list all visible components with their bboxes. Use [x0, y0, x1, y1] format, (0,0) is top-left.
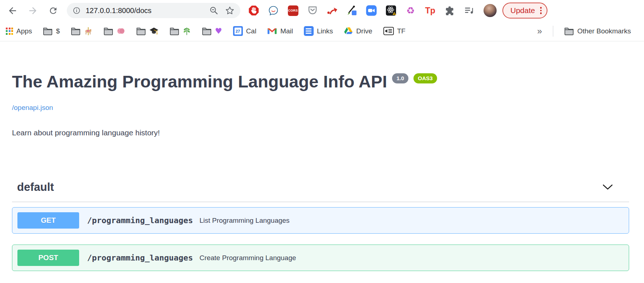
dollar-label: $	[56, 27, 60, 35]
openapi-json-link[interactable]: /openapi.json	[12, 104, 53, 112]
endpoint-summary: Create Programming Language	[199, 254, 296, 262]
bookmark-tf[interactable]: TF	[383, 27, 405, 35]
carousel-horse-icon	[84, 27, 93, 36]
update-button[interactable]: Update	[502, 3, 547, 19]
folder-icon	[170, 27, 179, 35]
api-title-text: The Amazing Programming Language Info AP…	[12, 72, 387, 91]
tag-section-default: default GET /programming_languages List …	[12, 181, 629, 271]
pocket-icon[interactable]	[307, 5, 318, 16]
react-devtools-icon[interactable]	[386, 5, 396, 16]
bookmark-folder-dollar[interactable]: $	[43, 27, 60, 35]
address-bar[interactable]: 127.0.0.1:8000/docs	[67, 3, 240, 18]
back-arrow-icon	[7, 5, 18, 16]
red-arrow-extension-icon[interactable]	[327, 5, 338, 16]
zoom-out-icon[interactable]	[209, 6, 219, 15]
brain-icon	[117, 27, 125, 35]
info-icon[interactable]	[73, 7, 81, 15]
folder-icon	[136, 27, 146, 35]
method-badge-get: GET	[17, 212, 79, 229]
api-info-block: The Amazing Programming Language Info AP…	[12, 41, 629, 137]
url-text[interactable]: 127.0.0.1:8000/docs	[86, 7, 209, 15]
bookmarks-divider	[553, 26, 553, 37]
folder-icon	[564, 27, 574, 35]
update-label: Update	[510, 6, 535, 15]
drive-icon	[344, 27, 353, 35]
folder-icon	[202, 27, 212, 35]
gmail-icon	[267, 27, 277, 35]
herb-icon	[183, 27, 191, 35]
bookmark-folder-graduation[interactable]	[136, 27, 159, 35]
bookmarks-overflow-chevron[interactable]: »	[537, 26, 542, 36]
browser-menu-icon[interactable]	[540, 7, 542, 14]
bookmark-folder-heart[interactable]: ♥	[202, 27, 222, 35]
endpoint-row-get[interactable]: GET /programming_languages List Programm…	[12, 207, 629, 234]
oas3-badge: OAS3	[413, 73, 437, 83]
forward-button[interactable]	[26, 4, 39, 17]
chevron-down-icon[interactable]	[603, 184, 613, 190]
browser-toolbar: 127.0.0.1:8000/docs	[0, 0, 644, 21]
adblock-icon[interactable]	[248, 5, 259, 16]
profile-avatar[interactable]	[484, 4, 497, 17]
links-doc-icon	[304, 26, 314, 36]
graduation-cap-icon	[149, 27, 159, 35]
folder-icon	[71, 27, 81, 35]
swagger-page: The Amazing Programming Language Info AP…	[0, 41, 644, 271]
bookmarks-bar: Apps $	[0, 21, 644, 41]
endpoint-row-post[interactable]: POST /programming_languages Create Progr…	[12, 245, 629, 271]
apps-shortcut[interactable]: Apps	[6, 27, 32, 35]
tag-name: default	[17, 181, 54, 194]
tp-extension-icon[interactable]: Tp	[425, 5, 436, 16]
other-bookmarks[interactable]: Other Bookmarks	[564, 27, 631, 35]
bookmark-star-icon[interactable]	[225, 6, 235, 15]
apps-grid-icon	[6, 28, 13, 35]
chat-bubble-icon[interactable]	[268, 5, 279, 16]
bookmarks-right-group: » Other Bookmarks	[537, 26, 631, 37]
forward-arrow-icon	[28, 5, 38, 16]
folder-icon	[43, 27, 53, 35]
cors-extension-icon[interactable]: CORS	[288, 5, 298, 16]
cors-label: CORS	[288, 5, 298, 16]
recycle-extension-icon[interactable]: ♻	[405, 5, 416, 16]
back-button[interactable]	[6, 4, 19, 17]
bookmark-links[interactable]: Links	[304, 26, 333, 36]
bookmark-gmail[interactable]: Mail	[267, 27, 293, 35]
bookmark-folder-brain[interactable]	[103, 27, 125, 35]
api-description: Learn about programming language history…	[12, 128, 629, 137]
tag-section-header[interactable]: default	[12, 181, 629, 202]
newsletter-icon	[383, 27, 394, 35]
purple-heart-icon: ♥	[215, 27, 222, 35]
calendar-icon: 27	[233, 26, 243, 36]
extensions-puzzle-icon[interactable]	[444, 5, 455, 16]
bookmark-folder-herb[interactable]	[170, 27, 191, 35]
reload-icon	[48, 6, 58, 16]
endpoint-summary: List Programming Languages	[199, 217, 289, 225]
folder-icon	[103, 27, 113, 35]
playlist-extension-icon[interactable]	[464, 5, 475, 16]
endpoint-path: /programming_languages	[87, 216, 193, 225]
version-badge: 1.0	[392, 73, 408, 83]
bookmark-calendar[interactable]: 27 Cal	[233, 26, 257, 36]
page-title: The Amazing Programming Language Info AP…	[12, 72, 629, 91]
endpoint-path: /programming_languages	[87, 253, 193, 262]
bookmark-drive[interactable]: Drive	[344, 27, 372, 35]
bookmark-folder-carousel[interactable]	[71, 27, 93, 36]
zoom-camera-icon[interactable]	[366, 5, 377, 16]
method-badge-post: POST	[17, 250, 79, 266]
eyedropper-icon[interactable]	[346, 5, 357, 16]
reload-button[interactable]	[46, 4, 60, 17]
extensions-row: CORS	[248, 5, 475, 16]
